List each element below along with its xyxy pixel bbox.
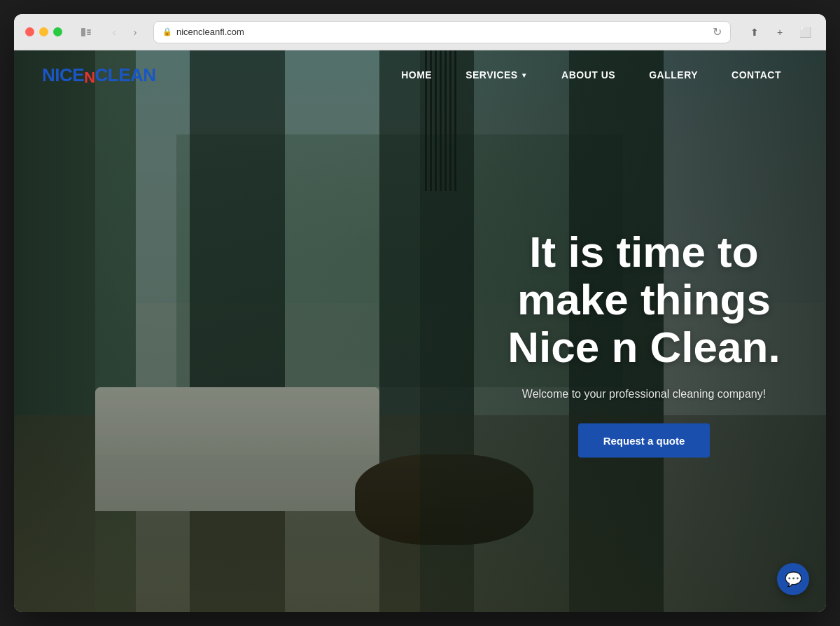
svg-rect-1 xyxy=(87,29,91,31)
address-bar[interactable]: 🔒 nicencleanfl.com ↻ xyxy=(153,21,731,43)
navbar: NICEnCLEAN HOME SERVICES ▼ ABOUT US GALL… xyxy=(14,50,826,99)
back-button[interactable]: ‹ xyxy=(104,22,124,42)
logo[interactable]: NICEnCLEAN xyxy=(42,64,156,86)
nav-services[interactable]: SERVICES ▼ xyxy=(449,64,545,86)
hero-headline: It is time to make things Nice n Clean. xyxy=(504,228,784,372)
chat-bubble[interactable]: 💬 xyxy=(777,563,809,595)
nav-services-label: SERVICES xyxy=(465,69,518,81)
logo-n-letter: n xyxy=(84,69,94,87)
services-dropdown-icon: ▼ xyxy=(521,71,528,79)
minimize-button[interactable] xyxy=(39,27,48,36)
cta-button[interactable]: Request a quote xyxy=(578,423,710,457)
nav-links: HOME SERVICES ▼ ABOUT US GALLERY CONTACT xyxy=(384,64,798,86)
nav-arrows: ‹ › xyxy=(104,22,145,42)
new-tab-button[interactable]: + xyxy=(770,22,790,42)
nav-gallery-label: GALLERY xyxy=(649,69,698,81)
maximize-button[interactable] xyxy=(53,27,62,36)
chat-icon: 💬 xyxy=(785,571,802,587)
browser-actions: ⬆ + ⬜ xyxy=(745,22,815,42)
logo-part2: CLEAN xyxy=(95,64,156,85)
forward-button[interactable]: › xyxy=(125,22,145,42)
window-controls xyxy=(76,22,96,42)
svg-rect-2 xyxy=(87,32,91,33)
share-button[interactable]: ⬆ xyxy=(745,22,764,42)
lock-icon: 🔒 xyxy=(162,27,172,36)
sidebar-toggle-button[interactable] xyxy=(76,22,96,42)
browser-window: ‹ › 🔒 nicencleanfl.com ↻ ⬆ + ⬜ xyxy=(14,14,826,612)
svg-rect-0 xyxy=(81,28,85,36)
nav-home[interactable]: HOME xyxy=(384,64,449,86)
nav-gallery[interactable]: GALLERY xyxy=(632,64,715,86)
close-button[interactable] xyxy=(25,27,34,36)
nav-about[interactable]: ABOUT US xyxy=(545,64,632,86)
nav-home-label: HOME xyxy=(401,69,432,81)
nav-about-label: ABOUT US xyxy=(561,69,615,81)
refresh-button[interactable]: ↻ xyxy=(713,25,722,39)
website-content: NICEnCLEAN HOME SERVICES ▼ ABOUT US GALL… xyxy=(14,50,826,612)
hero-subtitle: Welcome to your professional cleaning co… xyxy=(504,385,784,402)
logo-part1: NICE xyxy=(42,64,84,85)
svg-rect-3 xyxy=(87,34,91,35)
nav-contact-label: CONTACT xyxy=(732,69,781,81)
url-text: nicencleanfl.com xyxy=(176,27,244,37)
browser-chrome: ‹ › 🔒 nicencleanfl.com ↻ ⬆ + ⬜ xyxy=(14,14,826,50)
nav-contact[interactable]: CONTACT xyxy=(715,64,798,86)
extensions-button[interactable]: ⬜ xyxy=(795,22,815,42)
hero-content: It is time to make things Nice n Clean. … xyxy=(504,228,784,458)
traffic-lights xyxy=(25,27,62,36)
